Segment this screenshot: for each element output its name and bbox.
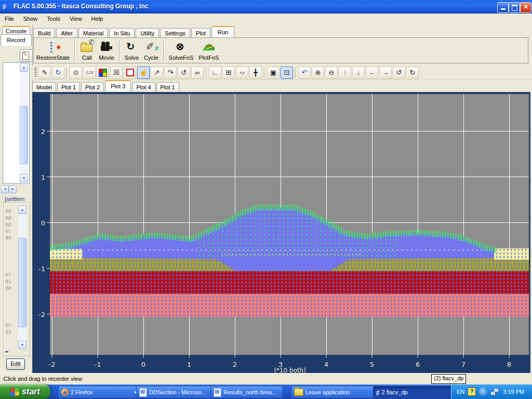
menu-tools[interactable]: Tools [42,14,65,22]
resize-view-button[interactable]: ↗ [151,66,163,79]
fit-view-button[interactable]: ▣ [267,66,280,79]
pan-hand-button[interactable]: ☝ [137,66,150,79]
taskbar-button-word[interactable]: DDSection - Microso... [136,386,214,398]
tab-settings[interactable]: Settings [160,28,190,37]
menu-help[interactable]: Help [87,14,108,22]
zoom-window-button[interactable]: ⊡ [281,66,293,79]
settle-item[interactable]: ap [5,208,17,215]
scroll-left-icon[interactable]: ◂ [1,185,9,193]
settle-item[interactable]: di [5,329,17,336]
close-view-button[interactable]: ☒ [110,66,123,79]
settle-item[interactable]: ap [5,215,17,221]
call-button[interactable]: ✆Call [77,39,96,61]
cycle-button[interactable]: ✐#Cycle [141,39,161,61]
language-indicator[interactable]: EN [457,389,464,395]
settle-hscroll[interactable]: ◂▸ [5,349,9,354]
tab-plot[interactable]: Plot [191,28,210,37]
taskbar-button-firefox[interactable]: 2 Firefox▾ [58,386,140,398]
scroll-down-icon[interactable]: ▼ [20,174,28,182]
rotate-ccw-button[interactable]: ↺ [393,66,405,79]
scroll-up-icon[interactable]: ▲ [20,63,28,72]
settle-item[interactable]: di [5,278,17,285]
show-axes-button[interactable]: ∟ [209,66,221,79]
settle-item[interactable]: de [5,285,17,292]
new-record-button[interactable] [20,49,33,62]
pan-left-button[interactable]: ← [366,66,378,79]
plot-tab-plot-1-1[interactable]: Plot 1 [57,82,80,91]
zoom-box-button[interactable] [124,66,136,79]
plot-tab-model-0[interactable]: Model [32,82,56,91]
pan-down-button[interactable]: ↓ [352,66,365,79]
rotate-free-button[interactable]: ↺ [178,66,190,79]
menu-show[interactable]: Show [19,14,43,22]
close-button[interactable]: ✕ [520,2,531,13]
plot-tab-plot-2-2[interactable]: Plot 2 [81,82,104,91]
plot-area[interactable]: -2-1012345678-2-1012(*10 both) [32,92,530,374]
new-view-button[interactable]: ✎ [38,66,51,79]
plot-tab-plot-3-3[interactable]: Plot 3 [105,80,131,91]
tab-in-situ[interactable]: In Situ [109,28,135,37]
solve-button[interactable]: ↻Solve [122,39,142,61]
inspect-button[interactable]: ⊙ [70,66,82,79]
solvefos-button[interactable]: ⊗SolveFoS [166,39,196,61]
link-views-button[interactable]: ∞ [191,66,204,79]
movie-button[interactable]: Movie [96,39,116,61]
plot-splitter[interactable]: ◂▸ [33,94,37,103]
pan-right-button[interactable]: → [379,66,392,79]
plot-tab-plot-1-5[interactable]: Plot 1 [156,82,179,91]
tab-utility[interactable]: Utility [136,28,159,37]
menu-view[interactable]: View [65,14,87,22]
tab-record[interactable]: Record [1,34,32,46]
undo-view-button[interactable]: ↶ [298,66,311,79]
tab-material[interactable]: Material [78,28,108,37]
tab-alter[interactable]: Alter [56,28,77,37]
x-tick-label: 4 [324,361,328,368]
show-coords-button[interactable]: x,y [236,66,248,79]
tab-run[interactable]: Run [211,26,234,37]
scroll-thumb[interactable] [18,238,26,327]
scroll-right-icon[interactable]: ▸ [9,185,17,193]
align-button[interactable]: ╋ [249,66,262,79]
plot-tab-plot-4-4[interactable]: Plot 4 [132,82,155,91]
redraw-button[interactable]: ↻ [52,66,64,79]
title-bar[interactable]: ♯ FLAC 5.00.355 - Itasca Consulting Grou… [0,0,532,14]
show-grid-button[interactable]: ⊞ [222,66,235,79]
tab-build[interactable]: Build [33,28,55,37]
restorestate-button[interactable]: ⡇✺RestoreState [34,39,72,61]
zoom-out-button[interactable]: ⊖ [325,66,338,79]
settle-list[interactable]: apapapscdeerdideerdi [5,208,17,348]
record-list[interactable]: ▲ ▼ [3,62,30,184]
scroll-thumb[interactable] [20,106,28,164]
record-hscroll[interactable]: ◂▸ [1,185,17,193]
scroll-up-icon[interactable]: ▲ [18,206,26,214]
scroll-down-icon[interactable]: ▼ [18,341,26,349]
record-scrollbar[interactable]: ▲ ▼ [20,63,28,182]
menu-file[interactable]: File [0,14,19,22]
taskbar-button-word[interactable]: Results_north brea... [210,386,283,398]
settle-item[interactable]: sc [5,228,17,235]
help-tray-icon[interactable]: ? [468,388,476,396]
toolbar-grip[interactable] [34,68,37,78]
numbers-button[interactable]: 1.23 [83,66,96,79]
start-button[interactable]: start [0,384,50,399]
taskbar-button-folder[interactable]: Leave application [291,386,376,398]
plotfos-button[interactable]: PlotFoS [196,39,221,61]
system-tray: EN ? ‹ 3:19 PM [451,384,532,399]
pan-up-button[interactable]: ↑ [339,66,351,79]
edit-button[interactable]: Edit [6,358,25,370]
minimize-button[interactable] [497,2,509,13]
x-tick-label: 2 [233,361,237,368]
hide-icons-chevron[interactable]: ‹ [479,388,487,396]
rotate-cw-button[interactable]: ↻ [406,66,419,79]
settle-item[interactable]: ap [5,221,17,228]
settle-item[interactable]: er [5,272,17,278]
color-scheme-button[interactable] [97,66,109,79]
network-icon[interactable] [490,388,499,395]
restore-button[interactable] [509,2,520,13]
rotate-button[interactable]: ↷ [164,66,177,79]
settle-item[interactable]: er [5,322,17,329]
settle-scrollbar[interactable]: ▲ ▼ [18,206,26,349]
zoom-in-button[interactable]: ⊕ [312,66,324,79]
settle-item[interactable]: de [5,235,17,242]
taskbar-button-flac[interactable]: ♯2 flacv_dp▾ [373,386,456,398]
